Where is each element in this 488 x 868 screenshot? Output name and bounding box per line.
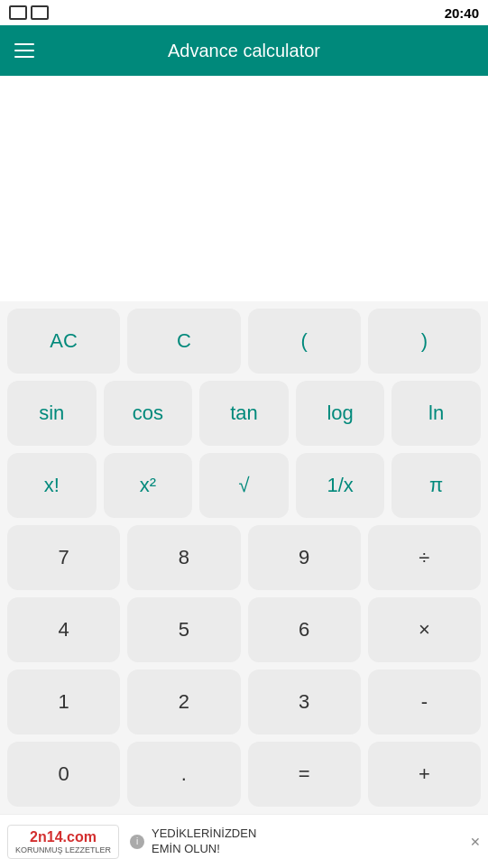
all-clear-button[interactable]: AC: [7, 309, 120, 374]
ln-button[interactable]: ln: [391, 381, 481, 446]
notification-icon-2: [31, 5, 49, 20]
sin-button[interactable]: sin: [7, 381, 97, 446]
hamburger-menu-button[interactable]: [14, 43, 34, 58]
pi-button[interactable]: π: [391, 453, 481, 518]
eight-button[interactable]: 8: [127, 525, 240, 590]
open-paren-button[interactable]: (: [248, 309, 361, 374]
six-button[interactable]: 6: [248, 597, 361, 662]
button-row-1: AC C ( ): [7, 309, 481, 374]
ad-close-button[interactable]: ✕: [470, 835, 481, 849]
button-row-4: 7 8 9 ÷: [7, 525, 481, 590]
two-button[interactable]: 2: [127, 669, 240, 734]
app-header: Advance calculator: [0, 25, 488, 76]
button-row-3: x! x² √ 1/x π: [7, 453, 481, 518]
nine-button[interactable]: 9: [248, 525, 361, 590]
decimal-button[interactable]: .: [127, 742, 240, 807]
multiply-button[interactable]: ×: [368, 597, 481, 662]
button-row-7: 0 . = +: [7, 742, 481, 807]
calculator-buttons: AC C ( ) sin cos tan log ln x! x² √ 1/x …: [0, 301, 488, 814]
tan-button[interactable]: tan: [199, 381, 289, 446]
factorial-button[interactable]: x!: [7, 453, 97, 518]
log-button[interactable]: log: [296, 381, 385, 446]
info-icon: i: [130, 835, 144, 849]
five-button[interactable]: 5: [127, 597, 240, 662]
ad-logo[interactable]: 2n14.com KORUNMUŞ LEZZETLER: [7, 825, 119, 859]
close-paren-button[interactable]: ): [368, 309, 481, 374]
square-button[interactable]: x²: [104, 453, 193, 518]
zero-button[interactable]: 0: [7, 742, 120, 807]
four-button[interactable]: 4: [7, 597, 120, 662]
ad-logo-text: 2n14.com: [30, 829, 97, 845]
ad-banner: 2n14.com KORUNMUŞ LEZZETLER i YEDİKLERİN…: [0, 814, 488, 868]
button-row-6: 1 2 3 -: [7, 669, 481, 734]
calculator-display: [0, 76, 488, 301]
three-button[interactable]: 3: [248, 669, 361, 734]
cos-button[interactable]: cos: [104, 381, 193, 446]
equals-button[interactable]: =: [248, 742, 361, 807]
ad-logo-sub: KORUNMUŞ LEZZETLER: [15, 845, 111, 854]
status-bar: 20:40: [0, 0, 488, 25]
reciprocal-button[interactable]: 1/x: [296, 453, 385, 518]
sqrt-button[interactable]: √: [199, 453, 289, 518]
ad-text: YEDİKLERİNİZDENEMİN OLUN!: [152, 826, 256, 857]
one-button[interactable]: 1: [7, 669, 120, 734]
status-time: 20:40: [445, 5, 479, 21]
button-row-2: sin cos tan log ln: [7, 381, 481, 446]
divide-button[interactable]: ÷: [368, 525, 481, 590]
clear-button[interactable]: C: [127, 309, 240, 374]
plus-button[interactable]: +: [368, 742, 481, 807]
status-icons: [9, 5, 49, 20]
notification-icon: [9, 5, 27, 20]
seven-button[interactable]: 7: [7, 525, 120, 590]
button-row-5: 4 5 6 ×: [7, 597, 481, 662]
minus-button[interactable]: -: [368, 669, 481, 734]
app-title: Advance calculator: [52, 41, 436, 61]
